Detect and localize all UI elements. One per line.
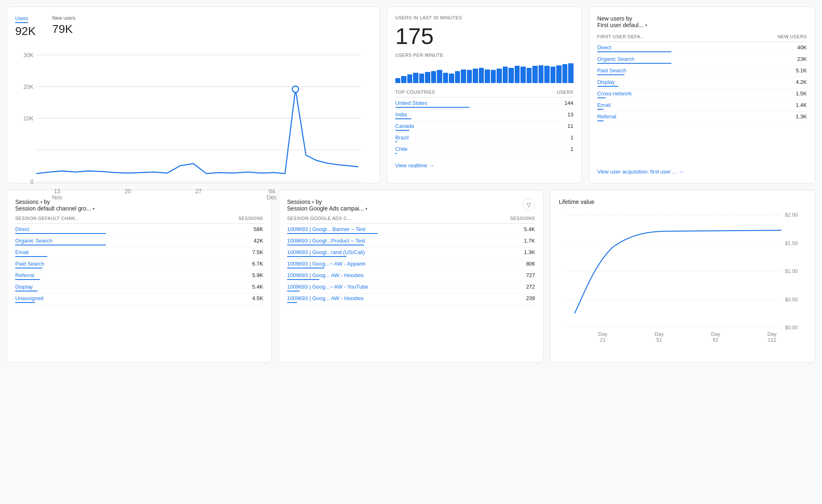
mini-bar-item [407, 74, 413, 83]
country-bar [395, 130, 410, 131]
svg-text:27: 27 [195, 188, 202, 194]
mini-bar-item [425, 72, 430, 83]
mini-bar-item [431, 71, 437, 83]
sessions-ads-col1: SESSION GOOGLE ADS C... [287, 216, 351, 221]
sessions-ads-row-label: 1009693 | Googl...Product ~ Test [287, 238, 365, 244]
sessions-ads-row-value: 806 [526, 261, 535, 267]
acq-subtitle: First user defaul... [597, 22, 643, 28]
country-row: United States 144 [395, 100, 574, 110]
sessions-data-row: Display 5.4K [15, 284, 263, 294]
acq-channel-name: Email [597, 102, 611, 108]
sessions-row-label: Paid Search [15, 261, 44, 267]
sessions-ads-col-headers: SESSION GOOGLE ADS C... SESSIONS [287, 216, 535, 224]
mini-bar-item [485, 69, 490, 83]
svg-text:Nov: Nov [52, 194, 62, 201]
mini-bar-item [479, 68, 484, 83]
acq-title: New users by [597, 15, 807, 22]
acq-bar [597, 97, 606, 98]
main-chart-svg: 30K 20K 10K 0 13 Nov 20 27 04 [15, 44, 372, 208]
acq-bar [597, 109, 604, 110]
sessions-row-bar [15, 302, 35, 303]
mini-bar-item [550, 67, 556, 83]
mini-bar-chart [395, 62, 574, 83]
countries-list: United States 144 India 13 Canada 11 Bra… [395, 100, 574, 157]
new-users-stat: New users 79K [52, 15, 76, 38]
sessions-ads-row-bar [287, 268, 324, 268]
country-name: Brazil [395, 134, 409, 141]
mini-bar-item [413, 73, 418, 83]
svg-text:20K: 20K [23, 83, 34, 90]
acq-col-headers: FIRST USER DEFA... NEW USERS [597, 34, 807, 42]
svg-text:04: 04 [269, 188, 275, 194]
acq-row: Display 4.2K [597, 79, 807, 89]
sessions-row-label: Display [15, 284, 33, 290]
sessions-col2: SESSIONS [238, 216, 263, 221]
country-row: India 13 [395, 111, 574, 121]
sessions-ads-row-value: 1.7K [524, 238, 535, 244]
mini-bar-item [556, 65, 562, 83]
mini-bar-item [419, 74, 425, 83]
lifetime-title: Lifetime value [559, 199, 807, 205]
country-name: Canada [395, 123, 414, 129]
country-value: 1 [570, 134, 573, 141]
sessions-row-value: 58K [254, 226, 263, 232]
mini-bar-item [532, 66, 538, 83]
sessions-ads-data-row: 1009693 | Goog...~ AW - YouTube 272 [287, 284, 535, 294]
country-name: Chile [395, 146, 408, 152]
mini-bar-item [527, 68, 532, 83]
sessions-ads-row-label: 1009693 | Goog... AW - Hoodies [287, 295, 364, 301]
svg-text:Dec: Dec [267, 194, 277, 201]
acq-col2: NEW USERS [778, 34, 807, 39]
top-countries-header: TOP COUNTRIES USERS [395, 90, 574, 97]
acq-channel-value: 40K [797, 44, 807, 51]
acq-bar [597, 74, 625, 75]
stats-row: Users 92K New users 79K [15, 15, 372, 38]
acq-row: Organic Search 23K [597, 56, 807, 66]
country-bar [395, 141, 397, 142]
users-col-label: USERS [557, 90, 573, 95]
mini-bar-item [461, 69, 466, 83]
acq-channel-value: 5.1K [796, 67, 807, 74]
sessions-row-label: Email [15, 249, 29, 255]
acq-channel-value: 1.3K [796, 113, 807, 120]
sessions-col1: SESSION DEFAULT CHAN... [15, 216, 79, 221]
view-realtime-link[interactable]: View realtime → [395, 162, 574, 169]
dashboard: Users 92K New users 79K [0, 0, 822, 369]
acq-bar [597, 63, 671, 64]
mini-bar-item [503, 67, 508, 83]
sessions-ads-row-label: 1009693 | Goog... AW - Hoodies [287, 272, 364, 278]
users-stat: Users 92K [15, 15, 36, 38]
sessions-row-value: 5.9K [252, 272, 263, 278]
mini-bar-item [539, 65, 544, 83]
country-row: Brazil 1 [395, 134, 574, 144]
svg-text:$1.00: $1.00 [785, 268, 798, 274]
sessions-ads-row-bar [287, 291, 300, 291]
sessions-row-label: Referral [15, 272, 34, 278]
filter-icon[interactable]: ▽ [522, 199, 535, 211]
lifetime-card: Lifetime value $2.00 $1.50 $1.00 $0.50 $… [550, 190, 815, 363]
mini-bar-item [520, 67, 526, 83]
acq-dropdown-icon[interactable]: ▾ [645, 23, 647, 28]
svg-text:13: 13 [54, 188, 60, 194]
new-users-value: 79K [52, 23, 76, 36]
acq-channels-list: Direct 40K Organic Search 23K Paid Searc… [597, 44, 807, 125]
sessions-data-row: Email 7.5K [15, 249, 263, 259]
sessions-row-bar [15, 233, 106, 234]
acquisition-card: New users by First user defaul... ▾ FIRS… [589, 7, 815, 183]
svg-text:112: 112 [768, 337, 776, 342]
svg-text:20: 20 [125, 188, 131, 194]
main-chart-area: 30K 20K 10K 0 13 Nov 20 27 04 [15, 44, 372, 208]
view-acquisition-link[interactable]: View user acquisition: first user ... → [597, 165, 807, 175]
acq-row: Cross-network 1.5K [597, 90, 807, 100]
sessions-row-bar [15, 268, 42, 268]
realtime-card: USERS IN LAST 30 MINUTES 175 USERS PER M… [387, 7, 582, 183]
acq-channel-value: 1.5K [796, 90, 807, 97]
sessions-data-row: Unassigned 4.5K [15, 295, 263, 305]
sessions-ads-row-value: 727 [526, 272, 535, 278]
sessions-ads-data-row: 1009693 | Goog... AW - Hoodies 239 [287, 295, 535, 305]
mini-bar-item [467, 70, 472, 83]
acq-row: Referral 1.3K [597, 113, 807, 123]
top-countries-label: TOP COUNTRIES [395, 90, 435, 95]
svg-text:10K: 10K [23, 115, 34, 122]
mini-bar-item [473, 69, 478, 83]
